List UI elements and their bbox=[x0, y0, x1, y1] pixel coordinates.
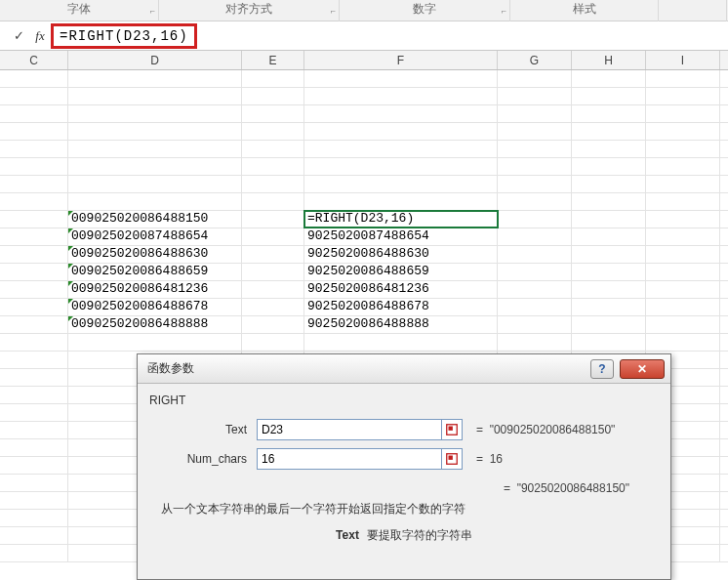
cell[interactable]: 009025020086488678 bbox=[68, 299, 242, 315]
ribbon-group-label: 字体 bbox=[67, 2, 91, 16]
arg-label: Text bbox=[149, 423, 257, 436]
cell[interactable]: 9025020086488888 bbox=[304, 316, 498, 333]
ribbon-groups: 字体⌐ 对齐方式⌐ 数字⌐ 样式 bbox=[0, 0, 728, 21]
function-name: RIGHT bbox=[149, 394, 659, 407]
arg-row-numchars: Num_chars = 16 bbox=[149, 446, 659, 472]
cell[interactable]: 9025020087488654 bbox=[304, 228, 498, 245]
formula-bar: ✓ fx =RIGHT(D23,16) bbox=[0, 21, 728, 51]
arg-description: Text要提取字符的字符串 bbox=[149, 527, 659, 544]
arg-resolved: = "009025020086488150" bbox=[476, 423, 615, 436]
arg-label: Num_chars bbox=[149, 452, 257, 466]
cell[interactable]: 9025020086488678 bbox=[304, 299, 498, 315]
table-row: 009025020086488630 9025020086488630 bbox=[0, 246, 728, 264]
arg-numchars-input[interactable] bbox=[257, 448, 442, 470]
column-header[interactable]: I bbox=[646, 51, 720, 69]
ribbon-group-number: 数字⌐ bbox=[340, 0, 510, 21]
cell[interactable]: 009025020086488659 bbox=[68, 264, 242, 280]
ribbon-group-styles: 样式 bbox=[510, 0, 659, 21]
cell[interactable]: 9025020086488630 bbox=[304, 246, 498, 263]
dialog-body: RIGHT Text = "009025020086488150" Num_ch… bbox=[138, 384, 670, 554]
column-headers: C D E F G H I bbox=[0, 51, 728, 70]
cell[interactable]: 009025020086488150 bbox=[68, 211, 242, 228]
active-cell[interactable]: =RIGHT(D23,16) bbox=[304, 211, 498, 228]
table-row: 009025020086481236 9025020086481236 bbox=[0, 281, 728, 299]
column-header[interactable]: G bbox=[498, 51, 572, 69]
svg-rect-3 bbox=[449, 456, 453, 460]
cell[interactable]: 9025020086481236 bbox=[304, 281, 498, 298]
column-header[interactable]: E bbox=[242, 51, 304, 69]
cell[interactable]: 009025020087488654 bbox=[68, 228, 242, 245]
dialog-launcher-icon[interactable]: ⌐ bbox=[502, 2, 506, 20]
cell[interactable]: 009025020086488888 bbox=[68, 316, 242, 333]
arg-text-input[interactable] bbox=[257, 419, 442, 440]
svg-rect-1 bbox=[449, 427, 453, 431]
ribbon-group-truncated bbox=[659, 0, 727, 21]
range-picker-icon[interactable] bbox=[441, 419, 463, 440]
help-button[interactable]: ? bbox=[590, 359, 614, 379]
function-description: 从一个文本字符串的最后一个字符开始返回指定个数的字符 bbox=[161, 501, 659, 518]
cell[interactable]: 009025020086481236 bbox=[68, 281, 242, 298]
table-row: 009025020087488654 9025020087488654 bbox=[0, 228, 728, 246]
dialog-title: 函数参数 bbox=[147, 360, 590, 377]
table-row: 009025020086488678 9025020086488678 bbox=[0, 299, 728, 316]
ribbon-group-label: 对齐方式 bbox=[225, 2, 272, 16]
dialog-launcher-icon[interactable]: ⌐ bbox=[331, 2, 336, 20]
arg-resolved: = 16 bbox=[476, 452, 503, 466]
table-row: 009025020086488888 9025020086488888 bbox=[0, 316, 728, 334]
table-row: 009025020086488659 9025020086488659 bbox=[0, 264, 728, 281]
dialog-launcher-icon[interactable]: ⌐ bbox=[150, 2, 155, 20]
column-header[interactable]: C bbox=[0, 51, 68, 69]
cell[interactable]: 009025020086488630 bbox=[68, 246, 242, 263]
column-header[interactable]: D bbox=[68, 51, 242, 69]
ribbon-group-font: 字体⌐ bbox=[0, 0, 159, 21]
cell[interactable]: 9025020086488659 bbox=[304, 264, 498, 280]
ribbon-group-label: 样式 bbox=[573, 2, 596, 16]
fx-icon[interactable]: fx bbox=[29, 28, 51, 44]
close-button[interactable]: ✕ bbox=[620, 359, 665, 379]
function-arguments-dialog: 函数参数 ? ✕ RIGHT Text = "00902502008648815… bbox=[137, 353, 671, 580]
column-header[interactable]: F bbox=[304, 51, 498, 69]
ribbon-group-label: 数字 bbox=[413, 2, 436, 16]
column-header[interactable]: H bbox=[572, 51, 646, 69]
arg-row-text: Text = "009025020086488150" bbox=[149, 417, 659, 442]
accept-icon[interactable]: ✓ bbox=[8, 28, 29, 43]
ribbon-group-alignment: 对齐方式⌐ bbox=[159, 0, 340, 21]
formula-input-highlight[interactable]: =RIGHT(D23,16) bbox=[51, 23, 197, 49]
table-row: 009025020086488150 =RIGHT(D23,16) bbox=[0, 211, 728, 228]
function-result: = "9025020086488150" bbox=[149, 481, 659, 495]
dialog-titlebar[interactable]: 函数参数 ? ✕ bbox=[138, 354, 670, 384]
range-picker-icon[interactable] bbox=[441, 448, 463, 470]
